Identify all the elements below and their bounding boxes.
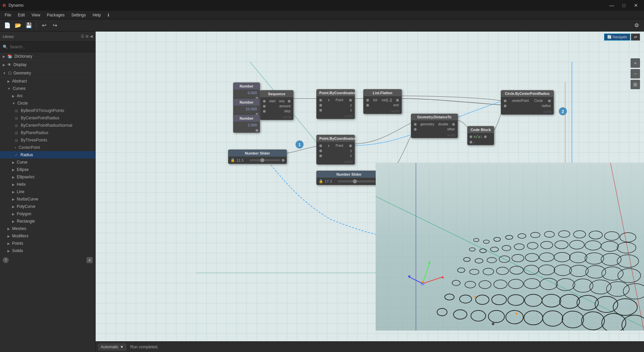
subcategory-circle[interactable]: ▼ Circle [0,100,95,107]
port-in-geometry[interactable] [414,123,417,126]
run-mode-dropdown[interactable]: Automatic ▼ [98,344,126,350]
number-node-1[interactable]: Number 0.000 [233,82,260,101]
item-centerpoint[interactable]: • CenterPoint [0,144,95,151]
subcategory-arc[interactable]: ▶ Arc [0,92,95,100]
category-dictionary[interactable]: ▶ 📚 Dictionary [0,52,95,61]
menu-help[interactable]: Help [89,12,104,18]
port-out-var[interactable] [396,99,399,102]
port-out-seq[interactable] [288,100,290,103]
item-byplaneradius[interactable]: ◎ ByPlaneRadius [0,129,95,136]
zoom-in-button[interactable]: + [631,58,640,68]
port-in-list[interactable] [366,99,369,102]
port-out-point[interactable] [349,144,352,147]
port-in-x[interactable] [319,144,322,147]
port-out-double[interactable] [452,123,455,126]
subcategory-curve[interactable]: ▶ Curve [0,159,95,166]
nav-orbit-button[interactable]: 🔄 Navigate [604,34,630,41]
minimize-button[interactable]: — [606,2,617,9]
item-bycenterpointradniusnormal[interactable]: ◎ ByCenterPointRadiusNormal [0,122,95,129]
subcategory-polycurve[interactable]: ▶ PolyCurve [0,203,95,210]
slider-1-track[interactable] [250,159,280,161]
port-in-y[interactable] [319,104,322,107]
point-bycoords-1-node[interactable]: Point.ByCoordinates x Point y z [316,89,355,119]
subcategory-modifiers[interactable]: ▶ Modifiers [0,232,95,240]
subcategory-line[interactable]: ▶ Line [0,188,95,195]
port-in-other[interactable] [414,128,417,131]
code-block-node[interactable]: Code Block x/y; y [467,126,494,145]
geometry-distanceto-node[interactable]: Geometry.DistanceTo geometry double othe… [411,114,458,138]
undo-button[interactable]: ↩ [39,21,49,30]
new-button[interactable]: 📄 [3,21,12,30]
add-node-icon[interactable]: + [87,257,93,263]
port-out-point[interactable] [349,99,352,102]
svg-point-100 [606,282,629,296]
subcategory-polygon[interactable]: ▶ Polygon [0,210,95,218]
subcategory-curves[interactable]: ▼ Curves [0,85,95,92]
zoom-fit-button[interactable]: ⊞ [631,80,640,89]
port-in-start[interactable] [263,100,266,103]
port-in-z[interactable] [319,155,322,157]
subcategory-ellipsearc[interactable]: ▶ EllipseArc [0,173,95,181]
number-node-3[interactable]: Number 2.000 [233,115,260,133]
settings-button[interactable]: ⚙ [632,21,641,30]
close-button[interactable]: ✕ [631,2,641,9]
subcategory-ellipse[interactable]: ▶ Ellipse [0,166,95,173]
menu-file[interactable]: File [1,12,14,18]
list-view-icon[interactable]: ☰ [81,34,84,39]
help-icon-area[interactable]: ? + [0,254,95,266]
subcategory-abstract[interactable]: ▶ Abstract [0,77,95,85]
subcategory-meshes[interactable]: ▶ Meshes [0,225,95,232]
subcategory-solids[interactable]: ▶ Solids [0,247,95,254]
port-in-z[interactable] [319,109,322,112]
menu-settings[interactable]: Settings [68,12,89,18]
subcategory-rectangle-label: Rectangle [17,219,35,224]
number-slider-1-node[interactable]: Number Slider 🔒 11.5 [228,150,287,164]
point-bycoords-2-node[interactable]: Point.ByCoordinates x Point y z [316,135,355,165]
subcategory-rectangle[interactable]: ▶ Rectangle [0,218,95,225]
port-in-step[interactable] [263,110,266,113]
subcategory-points[interactable]: ▶ Points [0,240,95,247]
port-in-x[interactable] [319,99,322,102]
subcategory-nurbscurve[interactable]: ▶ NurbsCurve [0,195,95,203]
port-out-circle[interactable] [548,100,551,102]
search-input[interactable] [10,45,93,49]
port-in-radius[interactable] [504,105,506,107]
nav-pan-button[interactable]: ⇌ [631,34,640,41]
slider-1-out[interactable] [282,159,284,162]
category-geometry[interactable]: ▼ ⬡ Geometry [0,69,95,77]
item-radius[interactable]: ✓ Radius [0,151,95,159]
menu-packages[interactable]: Packages [44,12,68,18]
item-bybestfitthroughpoints[interactable]: ◎ ByBestFitThroughPoints [0,107,95,114]
port-in-centerpoint[interactable] [504,100,506,102]
port-in-y[interactable] [319,150,322,152]
subcategory-helix[interactable]: ▶ Helix [0,181,95,188]
slider-1-thumb[interactable] [260,158,264,162]
port-in-x[interactable] [470,135,472,138]
circle-bycenterpointradius-node[interactable]: Circle.ByCenterPointRadius centerPoint C… [501,90,554,115]
open-button[interactable]: 📂 [13,21,23,30]
maximize-button[interactable]: □ [619,2,629,9]
graph-canvas[interactable]: 1 2 Number 0.000 Number 10.000 [96,32,644,341]
slider-2-thumb[interactable] [353,179,357,183]
zoom-out-button[interactable]: − [631,69,640,78]
category-display[interactable]: ▶ 👁 Display [0,61,95,69]
menu-edit[interactable]: Edit [14,12,28,18]
port-out[interactable] [256,129,258,132]
collapse-icon[interactable]: ◀ [90,34,93,39]
menu-info[interactable]: ℹ [104,12,113,18]
number-slider-2-node[interactable]: Number Slider 🔒 17.3 [316,171,382,185]
grid-view-icon[interactable]: ⊞ [86,34,89,39]
slider-2-track[interactable] [338,180,375,182]
save-button[interactable]: 💾 [24,21,34,30]
sequence-node[interactable]: Sequence start seq amount step [260,90,293,120]
port-in-amt[interactable] [366,104,369,107]
redo-button[interactable]: ↪ [50,21,59,30]
port-in-y[interactable] [470,141,472,143]
menu-view[interactable]: View [28,12,44,18]
item-bythreepoints[interactable]: ◎ ByThreePoints [0,136,95,144]
port-out-result[interactable] [484,135,487,138]
number-node-2[interactable]: Number 10.000 [233,99,260,117]
port-in-amount[interactable] [263,105,266,108]
list-flatten-node[interactable]: List.Flatten list var[]..[] amt AUTO [363,89,402,114]
item-bycenterpointradius[interactable]: ◎ ByCenterPointRadius [0,114,95,122]
